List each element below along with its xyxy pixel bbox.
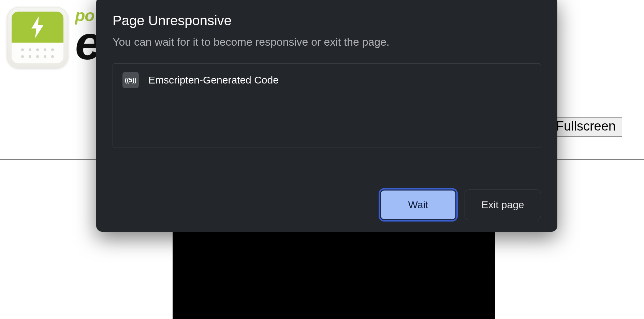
dialog-subtitle: You can wait for it to become responsive…: [113, 36, 541, 48]
favicon-text: ((5)): [125, 77, 136, 84]
dialog-title: Page Unresponsive: [113, 13, 541, 28]
page-background: po en Fullscreen Page Unresponsive You c…: [0, 0, 644, 319]
page-unresponsive-dialog: Page Unresponsive You can wait for it to…: [96, 0, 557, 232]
page-favicon: ((5)): [122, 72, 139, 88]
logo-bottom-panel: [12, 43, 63, 63]
logo-top-panel: [12, 12, 63, 43]
page-name-label: Emscripten-Generated Code: [148, 74, 279, 86]
dialog-actions: Wait Exit page: [113, 170, 541, 220]
wait-button[interactable]: Wait: [380, 189, 456, 220]
list-item: ((5)) Emscripten-Generated Code: [122, 72, 531, 88]
exit-page-button[interactable]: Exit page: [465, 189, 541, 220]
unresponsive-pages-list: ((5)) Emscripten-Generated Code: [113, 63, 541, 148]
fullscreen-button[interactable]: Fullscreen: [550, 117, 622, 137]
app-logo: [7, 7, 68, 68]
lightning-icon: [30, 16, 45, 38]
